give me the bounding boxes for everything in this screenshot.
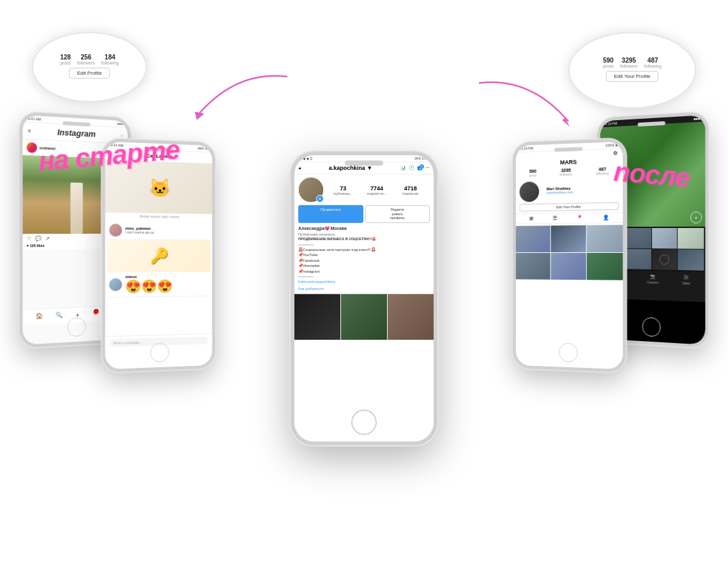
center-history-icon[interactable]: 🕐	[409, 165, 414, 171]
center-grid-item-1	[294, 294, 340, 340]
callout-right-followers: 3295 followers	[620, 57, 638, 68]
callout-right-posts: 590 posts	[603, 57, 614, 68]
center-back-icon[interactable]: ◀	[298, 166, 301, 170]
chat-avatar-1	[109, 224, 122, 236]
center-bio-name: Александра💗Москва	[298, 225, 430, 232]
mars-tag-icon[interactable]: 👤	[602, 215, 609, 220]
center-following-num: 4718	[393, 185, 427, 192]
center-bio-instagram: 📌Instagram	[298, 269, 430, 274]
callout-right-posts-label: posts	[603, 64, 614, 68]
center-followers-num: 7744	[360, 185, 394, 192]
chat-info-2: ntaruc 😍😍😍	[125, 274, 208, 294]
callout-right-following-label: following	[644, 64, 662, 68]
mars-followers-label: followers	[560, 172, 572, 177]
mars-status-battery: 100% ■	[605, 143, 618, 148]
center-stat-followers: 7744 подписчи...	[360, 185, 394, 195]
center-edit-btn[interactable]: Редактироватьпрофиль	[365, 205, 430, 223]
callout-left-following: 184 following	[102, 54, 119, 65]
chat-messages: miss_palmieri I don't wanna get up 🔑 nta…	[105, 219, 212, 300]
mars-avatar	[520, 181, 540, 202]
main-scene: на старте после 128 posts 256 followers …	[0, 0, 728, 585]
center-stat-posts: 73 публикац...	[326, 185, 360, 195]
center-status-left: ⬛ ◀ ◆ Q	[298, 156, 312, 160]
mars-website[interactable]: marisheibley.com	[543, 189, 619, 196]
center-bio-divider2: ————	[298, 274, 430, 279]
svg-marker-0	[195, 112, 204, 120]
chat-item-2: ntaruc 😍😍😍	[107, 272, 211, 298]
chat-screen: 9:41 AM WiFi ● Cat Lovers 🐱 Being sassy …	[105, 142, 212, 370]
camera-status-time: 3:19 PM	[605, 121, 617, 126]
center-posts-label: публикац...	[326, 192, 360, 195]
camera-thumb-6[interactable]	[626, 249, 651, 270]
center-location-link[interactable]: Как добраться	[298, 286, 430, 291]
callout-left-followers: 256 followers	[77, 54, 95, 65]
center-username: a.kapochkina ▼	[329, 165, 372, 171]
feed-status-time: 9:41 AM	[28, 117, 41, 121]
camera-thumb-7[interactable]	[651, 249, 677, 270]
callout-right-stats: 590 posts 3295 followers 487 following	[598, 54, 667, 70]
center-followers-label: подписчи...	[360, 192, 394, 195]
callout-right-posts-num: 590	[603, 57, 614, 64]
camera-thumb-3[interactable]	[651, 228, 677, 248]
camera-thumb-8[interactable]	[678, 249, 704, 270]
camera-camera-tab[interactable]: Camera	[647, 280, 658, 284]
mars-grid-item-4	[516, 253, 550, 280]
callout-left-followers-num: 256	[77, 54, 95, 61]
center-users-icon[interactable]: 👥3	[417, 165, 423, 171]
mars-grid-item-3	[587, 225, 623, 252]
mars-posts-label: posts	[529, 173, 536, 177]
mars-grid-item-1	[516, 225, 550, 252]
callout-left-posts-num: 128	[60, 54, 71, 61]
center-bio: Александра💗Москва Публичная личность ПРО…	[294, 225, 434, 294]
camera-thumb-2[interactable]	[626, 228, 651, 248]
mars-grid-item-5	[551, 253, 586, 280]
callout-left-followers-label: followers	[77, 61, 95, 65]
center-status-bar: ⬛ ◀ ◆ Q 26% 14:30	[294, 155, 434, 162]
chat-input[interactable]: Write a message...	[109, 337, 209, 347]
callout-right-followers-label: followers	[620, 64, 638, 68]
mars-edit-profile-btn[interactable]: Edit Your Profile	[520, 202, 619, 212]
center-profile-top: + 73 публикац... 7744 подписчи...	[294, 174, 434, 205]
mars-grid-item-2	[551, 225, 586, 252]
center-bio-link[interactable]: linktr.ee/a.kapochkina	[298, 280, 430, 285]
camera-camera-icon[interactable]: 📷	[650, 274, 656, 279]
chat-message-1: I don't wanna get up	[125, 231, 208, 235]
center-bio-vk: 📌Vkontakte	[298, 263, 430, 268]
callout-left-stats: 128 posts 256 followers 184 following	[55, 51, 124, 66]
mars-profile-row: Mari Shaibley marisheibley.com	[516, 178, 623, 204]
callout-right-following: 487 following	[644, 57, 662, 68]
center-photo-grid	[294, 294, 434, 340]
arrow-right	[466, 70, 594, 149]
callout-right-edit-btn[interactable]: Edit Your Profile	[606, 71, 659, 82]
center-profile-avatar: +	[298, 177, 324, 202]
callout-left: 128 posts 256 followers 184 following Ed…	[32, 32, 147, 102]
center-bio-promo: ПРОДВИЖЕНИЕ БИЗНЕСА В СОЦСЕТЯХ!!!🚨	[298, 237, 430, 242]
camera-video-tab[interactable]: Video	[682, 281, 690, 285]
center-phone-screen: ⬛ ◀ ◆ Q 26% 14:30 ◀ a.kapochkina ▼ 📊 🕐 👥…	[294, 155, 434, 441]
center-bio-youtube: 📌YouTube	[298, 253, 430, 258]
mars-list-view-icon[interactable]: ☰	[552, 215, 557, 221]
center-more-icon[interactable]: ⋯	[425, 165, 430, 171]
mars-location-icon[interactable]: 📍	[576, 215, 582, 221]
center-chart-icon[interactable]: 📊	[400, 165, 406, 171]
mars-grid-view-icon[interactable]: ⊞	[529, 216, 533, 222]
label-posle: после	[613, 156, 691, 194]
svg-marker-1	[562, 118, 570, 126]
camera-video-icon[interactable]: 🎥	[683, 275, 689, 280]
mars-settings-icon[interactable]: ⚙	[613, 150, 618, 156]
mars-stat-following: 487 following	[596, 167, 609, 176]
center-promote-btn[interactable]: Продвигать	[298, 205, 363, 223]
mars-stat-posts: 590 posts	[529, 169, 536, 178]
feed-user-avatar-1	[27, 142, 37, 153]
mars-following-label: following	[596, 171, 609, 176]
callout-left-posts-label: posts	[60, 61, 71, 65]
center-phone-outer: ⬛ ◀ ◆ Q 26% 14:30 ◀ a.kapochkina ▼ 📊 🕐 👥…	[291, 151, 437, 445]
feed-status-icons: ●●●	[117, 122, 123, 126]
center-posts-num: 73	[326, 185, 360, 192]
center-status-right: 26% 14:30	[414, 156, 430, 160]
callout-left-edit-btn[interactable]: Edit Profile	[69, 68, 110, 79]
chat-avatar-2	[109, 278, 122, 291]
center-ig-header: ◀ a.kapochkina ▼ 📊 🕐 👥3 ⋯	[294, 162, 434, 174]
center-following-label: подписки	[393, 192, 427, 195]
camera-thumb-4[interactable]	[678, 228, 704, 249]
